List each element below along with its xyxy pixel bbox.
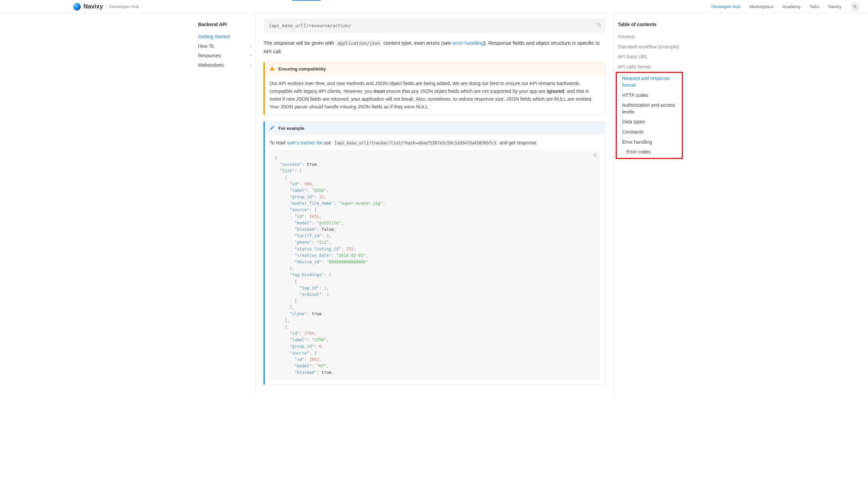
- pencil-icon: [270, 125, 275, 131]
- chevron-right-icon: [249, 54, 252, 57]
- toc-item[interactable]: API base URL: [618, 52, 681, 62]
- sidebar-item-getting-started[interactable]: Getting Started: [198, 32, 255, 41]
- copy-icon: [596, 22, 601, 27]
- toc-item[interactable]: HTTP codes: [618, 90, 680, 101]
- header: Navixy | Developer Hub Developer Hub Mar…: [0, 0, 868, 14]
- toc-item[interactable]: Error handling: [618, 137, 680, 147]
- copy-button[interactable]: [596, 22, 601, 27]
- logo-area[interactable]: Navixy | Developer Hub: [73, 3, 139, 11]
- sidebar-title: Backend API: [198, 22, 255, 27]
- tracker-list-link[interactable]: user's tracker list: [287, 140, 322, 145]
- url-template-text: [api_base_url]/resource/action/: [269, 23, 351, 28]
- warning-head: Ensuring compatibility: [265, 62, 605, 76]
- nav-link-marketplace[interactable]: Marketplace: [749, 4, 773, 9]
- brand-text: Navixy: [83, 3, 103, 10]
- nav-link-navixy[interactable]: Navixy: [828, 4, 842, 9]
- sidebar: Backend API Getting StartedHow ToResourc…: [187, 14, 255, 396]
- example-body: To read user's tracker list use [api_bas…: [265, 135, 605, 385]
- main-content: [api_base_url]/resource/action/ The resp…: [255, 14, 614, 396]
- warning-body: Our API evolves over time, and new metho…: [265, 76, 605, 115]
- nav-link-talks[interactable]: Talks: [809, 4, 820, 9]
- example-url-code: [api_base_url]/tracker/list/?hash=a6aa75…: [333, 140, 498, 146]
- nav-link-developer-hub[interactable]: Developer Hub: [711, 4, 741, 9]
- example-head: For example: [265, 122, 605, 135]
- nav-right: Developer Hub Marketplace Academy Talks …: [711, 2, 860, 12]
- toc-item[interactable]: Authorization and access levels: [618, 100, 680, 117]
- nav-link-academy[interactable]: Academy: [782, 4, 801, 9]
- brand-sep: |: [106, 4, 107, 9]
- copy-icon: [593, 153, 597, 158]
- warning-icon: [270, 66, 275, 72]
- json-response-block: { "success": true, "list": [ { "id": 560…: [270, 150, 600, 381]
- example-admonition: For example To read user's tracker list …: [263, 121, 605, 385]
- sidebar-item-label: Getting Started: [198, 34, 230, 39]
- search-icon: [853, 4, 857, 9]
- sidebar-item-websockets[interactable]: Websockets: [198, 60, 255, 70]
- toc-item[interactable]: API calls format: [618, 62, 681, 72]
- sidebar-item-label: How To: [198, 43, 214, 49]
- response-paragraph: The response will be given with applicat…: [263, 39, 605, 56]
- sidebar-item-label: Resources: [198, 53, 221, 58]
- warning-title: Ensuring compatibility: [278, 66, 326, 72]
- brand-sub: Developer Hub: [110, 4, 139, 9]
- toc-item[interactable]: Standard workflow (example): [618, 42, 681, 52]
- example-title: For example: [278, 126, 304, 131]
- content-type-code: application/json: [336, 40, 382, 46]
- sidebar-item-resources[interactable]: Resources: [198, 51, 255, 60]
- search-button[interactable]: [850, 2, 860, 12]
- sidebar-item-how-to[interactable]: How To: [198, 41, 255, 51]
- table-of-contents: Table of contents GeneralStandard workfl…: [614, 14, 681, 396]
- layout: Backend API Getting StartedHow ToResourc…: [187, 14, 681, 396]
- svg-rect-0: [598, 24, 600, 26]
- error-handling-link[interactable]: error handling: [452, 40, 484, 46]
- toc-item[interactable]: Request and response format: [618, 74, 680, 90]
- chevron-right-icon: [249, 44, 252, 48]
- toc-title: Table of contents: [618, 22, 681, 27]
- toc-item[interactable]: Error codes: [618, 147, 680, 157]
- toc-item[interactable]: General: [618, 32, 681, 42]
- copy-button[interactable]: [593, 153, 597, 158]
- sidebar-item-label: Websockets: [198, 62, 224, 68]
- logo-icon: [73, 3, 81, 11]
- warning-admonition: Ensuring compatibility Our API evolves o…: [263, 62, 605, 115]
- svg-rect-1: [594, 155, 596, 157]
- chevron-right-icon: [249, 63, 252, 67]
- url-template-block: [api_base_url]/resource/action/: [263, 18, 605, 33]
- toc-item[interactable]: Data types: [618, 117, 680, 127]
- toc-highlight-box: Request and response formatHTTP codesAut…: [616, 72, 683, 159]
- toc-item[interactable]: Constants: [618, 127, 680, 137]
- active-tab-indicator: [292, 0, 321, 1]
